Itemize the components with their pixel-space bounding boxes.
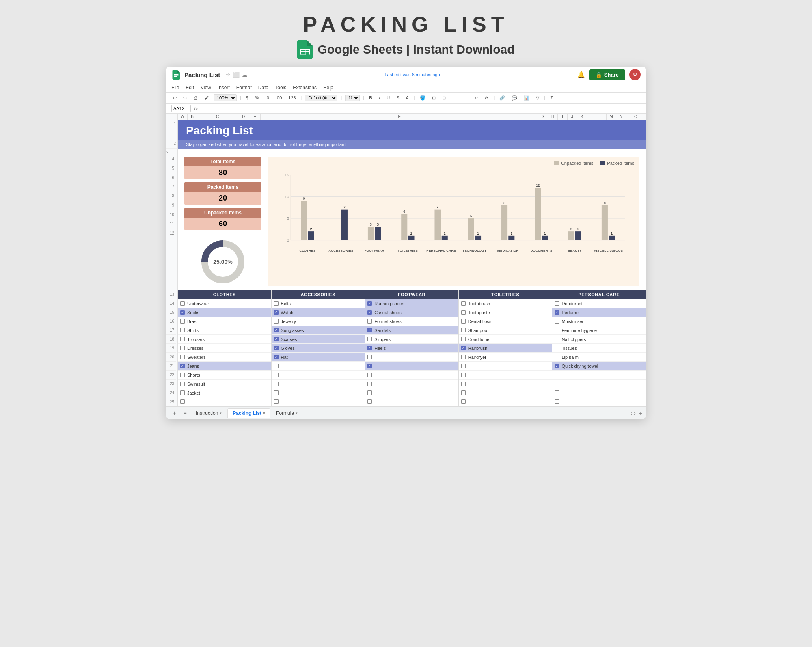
checkbox[interactable] — [274, 328, 279, 332]
checkbox[interactable] — [555, 399, 559, 404]
undo-button[interactable]: ↩ — [171, 95, 178, 101]
comment-button[interactable]: 💬 — [510, 95, 519, 101]
tab-instruction[interactable]: Instruction▾ — [191, 408, 227, 418]
checkbox[interactable] — [274, 373, 279, 377]
text-color-button[interactable]: A — [404, 95, 410, 101]
checkbox[interactable] — [274, 364, 279, 368]
checkbox[interactable] — [180, 390, 185, 395]
checkbox[interactable] — [555, 301, 559, 306]
checkbox[interactable] — [274, 319, 279, 324]
menu-data[interactable]: Data — [258, 84, 268, 91]
fill-color-button[interactable]: 🪣 — [418, 95, 427, 101]
tab-formula[interactable]: Formula▾ — [271, 408, 302, 418]
rotate-button[interactable]: ⟳ — [483, 95, 490, 101]
borders-button[interactable]: ⊞ — [430, 95, 437, 101]
checkbox[interactable] — [180, 346, 185, 350]
decimal-dec-button[interactable]: .0 — [264, 95, 271, 101]
formula-input[interactable] — [201, 106, 641, 111]
checkbox[interactable] — [461, 301, 466, 306]
strikethrough-button[interactable]: S — [395, 95, 401, 101]
add-sheet-end-button[interactable]: + — [639, 410, 642, 416]
checkbox[interactable] — [367, 382, 372, 386]
checkbox[interactable] — [555, 328, 559, 332]
checkbox[interactable] — [274, 310, 279, 315]
align-middle-button[interactable]: ≡ — [464, 95, 470, 101]
checkbox[interactable] — [367, 399, 372, 404]
notification-icon[interactable]: 🔔 — [577, 71, 585, 78]
checkbox[interactable] — [180, 355, 185, 359]
menu-insert[interactable]: Insert — [218, 84, 230, 91]
font-size-select[interactable]: 10 — [345, 95, 360, 101]
checkbox[interactable] — [461, 382, 466, 386]
checkbox[interactable] — [180, 364, 185, 368]
checkbox[interactable] — [461, 310, 466, 315]
checkbox[interactable] — [274, 301, 279, 306]
menu-edit[interactable]: Edit — [186, 84, 194, 91]
bold-button[interactable]: B — [367, 95, 374, 101]
currency-button[interactable]: $ — [244, 95, 250, 101]
checkbox[interactable] — [555, 346, 559, 350]
formula-button[interactable]: Σ — [549, 95, 555, 101]
checkbox[interactable] — [461, 390, 466, 395]
cell-reference[interactable] — [171, 105, 191, 112]
checkbox[interactable] — [555, 319, 559, 324]
checkbox[interactable] — [555, 355, 559, 359]
menu-format[interactable]: Format — [236, 84, 252, 91]
checkbox[interactable] — [461, 399, 466, 404]
merge-button[interactable]: ⊟ — [441, 95, 447, 101]
scroll-right-button[interactable]: › — [634, 410, 636, 416]
checkbox[interactable] — [180, 328, 185, 332]
checkbox[interactable] — [555, 337, 559, 341]
checkbox[interactable] — [461, 337, 466, 341]
sheet-list-button[interactable]: ≡ — [180, 408, 190, 418]
checkbox[interactable] — [367, 310, 372, 315]
chart-button[interactable]: 📊 — [522, 95, 531, 101]
last-edit-text[interactable]: Last edit was 6 minutes ago — [384, 72, 440, 77]
percent-button[interactable]: % — [253, 95, 261, 101]
checkbox[interactable] — [367, 364, 372, 368]
checkbox[interactable] — [461, 364, 466, 368]
checkbox[interactable] — [367, 301, 372, 306]
checkbox[interactable] — [274, 399, 279, 404]
checkbox[interactable] — [367, 319, 372, 324]
wrap-button[interactable]: ↵ — [473, 95, 480, 101]
paint-format-button[interactable]: 🖌 — [203, 95, 210, 101]
print-button[interactable]: 🖨 — [192, 95, 199, 101]
checkbox[interactable] — [180, 382, 185, 386]
checkbox[interactable] — [367, 373, 372, 377]
filter-button[interactable]: ▽ — [534, 95, 541, 101]
decimal-inc-button[interactable]: .00 — [274, 95, 283, 101]
scroll-left-button[interactable]: ‹ — [630, 410, 632, 416]
checkbox[interactable] — [461, 319, 466, 324]
menu-view[interactable]: View — [201, 84, 211, 91]
format-123-button[interactable]: 123 — [287, 95, 297, 101]
menu-help[interactable]: Help — [323, 84, 333, 91]
checkbox[interactable] — [367, 390, 372, 395]
align-left-button[interactable]: ≡ — [455, 95, 461, 101]
checkbox[interactable] — [180, 301, 185, 306]
checkbox[interactable] — [461, 346, 466, 350]
checkbox[interactable] — [461, 355, 466, 359]
link-button[interactable]: 🔗 — [498, 95, 507, 101]
checkbox[interactable] — [180, 310, 185, 315]
checkbox[interactable] — [180, 399, 185, 404]
redo-button[interactable]: ↪ — [181, 95, 188, 101]
checkbox[interactable] — [555, 373, 559, 377]
checkbox[interactable] — [274, 355, 279, 359]
checkbox[interactable] — [367, 346, 372, 350]
checkbox[interactable] — [555, 310, 559, 315]
italic-button[interactable]: I — [377, 95, 382, 101]
checkbox[interactable] — [461, 373, 466, 377]
checkbox[interactable] — [555, 390, 559, 395]
menu-tools[interactable]: Tools — [275, 84, 286, 91]
checkbox[interactable] — [180, 319, 185, 324]
checkbox[interactable] — [274, 390, 279, 395]
checkbox[interactable] — [180, 373, 185, 377]
underline-button[interactable]: U — [385, 95, 391, 101]
checkbox[interactable] — [461, 328, 466, 332]
menu-extensions[interactable]: Extensions — [293, 84, 317, 91]
checkbox[interactable] — [274, 346, 279, 350]
tab-packing-list[interactable]: Packing List▾ — [227, 408, 270, 418]
zoom-select[interactable]: 100% — [214, 94, 237, 101]
checkbox[interactable] — [555, 364, 559, 368]
